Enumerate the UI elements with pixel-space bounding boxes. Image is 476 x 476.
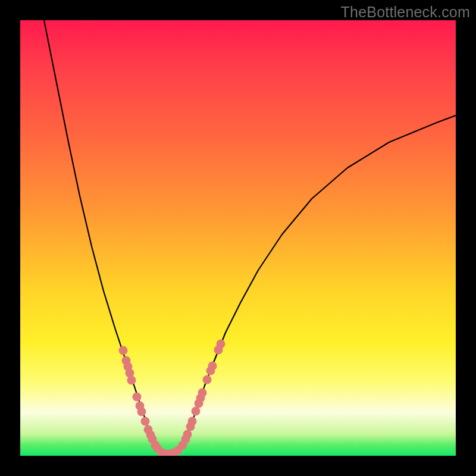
data-marker bbox=[217, 340, 226, 349]
curve-layer bbox=[20, 20, 456, 456]
data-marker bbox=[192, 407, 201, 416]
watermark-text: TheBottleneck.com bbox=[341, 4, 470, 21]
data-marker bbox=[198, 389, 207, 397]
plot-area bbox=[20, 20, 456, 456]
data-marker bbox=[188, 417, 197, 426]
data-marker bbox=[133, 393, 142, 402]
data-marker bbox=[208, 362, 217, 371]
data-markers bbox=[119, 340, 226, 456]
data-marker bbox=[141, 417, 150, 426]
chart-frame: TheBottleneck.com bbox=[0, 0, 476, 476]
data-marker bbox=[137, 408, 146, 416]
bottleneck-curve bbox=[44, 20, 456, 454]
data-marker bbox=[127, 376, 136, 385]
data-marker bbox=[183, 430, 192, 439]
data-marker bbox=[119, 346, 128, 355]
data-marker bbox=[203, 375, 212, 384]
